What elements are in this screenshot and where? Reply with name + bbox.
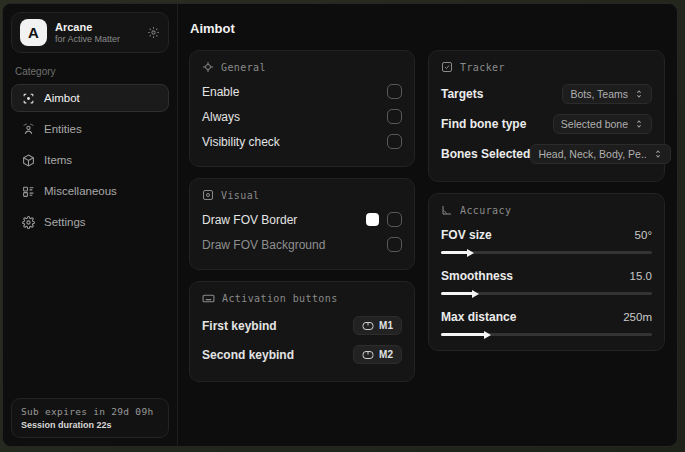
sidebar-item-aimbot[interactable]: Aimbot bbox=[11, 84, 169, 112]
sidebar-item-label: Aimbot bbox=[44, 92, 80, 104]
visibility-check-checkbox[interactable] bbox=[387, 134, 402, 149]
keybind-row: First keybind M1 bbox=[202, 311, 402, 340]
main-content: Aimbot General Enable Alw bbox=[178, 4, 677, 446]
sidebar-item-label: Settings bbox=[44, 216, 86, 228]
setting-label: Draw FOV Background bbox=[202, 238, 325, 252]
setting-row: Visibility check bbox=[202, 129, 402, 154]
slider-value: 15.0 bbox=[630, 270, 652, 282]
sub-expiry-text: Sub expires in 29d 09h bbox=[21, 406, 159, 417]
gear-icon[interactable] bbox=[147, 26, 160, 39]
always-checkbox[interactable] bbox=[387, 109, 402, 124]
setting-row: Draw FOV Border bbox=[202, 207, 402, 232]
targets-dropdown[interactable]: Bots, Teams bbox=[562, 84, 652, 104]
keyboard-icon bbox=[202, 292, 215, 305]
dropdown-row: Bones Selected Head, Neck, Body, Pe.. bbox=[441, 139, 652, 169]
tracker-header: Tracker bbox=[460, 62, 505, 73]
mouse-icon bbox=[362, 350, 374, 360]
dropdown-value: Bots, Teams bbox=[570, 88, 628, 100]
slider-row: Max distance 250m bbox=[441, 304, 652, 338]
dropdown-label: Bones Selected bbox=[441, 147, 530, 161]
keybind-value: M2 bbox=[379, 349, 393, 360]
accuracy-card: Accuracy FOV size 50° bbox=[428, 193, 665, 351]
sidebar-item-items[interactable]: Items bbox=[11, 146, 169, 174]
keybind-row: Second keybind M2 bbox=[202, 340, 402, 369]
slider-value: 250m bbox=[623, 311, 652, 323]
sidebar-item-miscellaneous[interactable]: Miscellaneous bbox=[11, 177, 169, 205]
smoothness-slider[interactable] bbox=[441, 292, 652, 295]
session-duration-text: Session duration 22s bbox=[21, 420, 159, 430]
slider-label: FOV size bbox=[441, 228, 492, 242]
dropdown-label: Find bone type bbox=[441, 117, 526, 131]
sidebar-item-settings[interactable]: Settings bbox=[11, 208, 169, 236]
slider-thumb[interactable] bbox=[467, 249, 474, 257]
setting-label: Enable bbox=[202, 85, 239, 99]
slider-row: Smoothness 15.0 bbox=[441, 263, 652, 304]
draw-fov-border-checkbox[interactable] bbox=[387, 212, 402, 227]
first-keybind-button[interactable]: M1 bbox=[353, 316, 402, 335]
setting-row: Enable bbox=[202, 79, 402, 104]
dropdown-value: Selected bone bbox=[561, 118, 628, 130]
cube-icon bbox=[21, 153, 35, 167]
setting-label: Visibility check bbox=[202, 135, 280, 149]
sidebar-item-label: Items bbox=[44, 154, 72, 166]
setting-row: Always bbox=[202, 104, 402, 129]
sidebar: A Arcane for Active Matter Category Aimb… bbox=[3, 4, 178, 446]
cheat-menu-window: A Arcane for Active Matter Category Aimb… bbox=[2, 3, 678, 447]
left-column: General Enable Always Visibility check bbox=[189, 50, 415, 382]
enable-checkbox[interactable] bbox=[387, 84, 402, 99]
dropdown-row: Find bone type Selected bone bbox=[441, 109, 652, 139]
keybind-value: M1 bbox=[379, 320, 393, 331]
activation-buttons-card: Activation buttons First keybind M1 Seco… bbox=[189, 281, 415, 382]
page-title: Aimbot bbox=[190, 21, 665, 36]
activation-header: Activation buttons bbox=[222, 293, 338, 304]
sidebar-item-label: Miscellaneous bbox=[44, 185, 117, 197]
brand-card: A Arcane for Active Matter bbox=[11, 12, 169, 53]
mouse-icon bbox=[362, 321, 374, 331]
second-keybind-button[interactable]: M2 bbox=[353, 345, 402, 364]
layout-list-icon bbox=[21, 184, 35, 198]
fov-size-slider[interactable] bbox=[441, 251, 652, 254]
right-column: Tracker Targets Bots, Teams Find bone ty… bbox=[428, 50, 665, 351]
visual-eye-icon bbox=[202, 189, 214, 201]
find-bone-type-dropdown[interactable]: Selected bone bbox=[553, 114, 652, 134]
tracker-card: Tracker Targets Bots, Teams Find bone ty… bbox=[428, 50, 665, 182]
sidebar-nav: Aimbot Entities Items bbox=[11, 84, 169, 236]
sidebar-item-entities[interactable]: Entities bbox=[11, 115, 169, 143]
general-header: General bbox=[221, 62, 266, 73]
max-distance-slider[interactable] bbox=[441, 333, 652, 336]
subscription-card: Sub expires in 29d 09h Session duration … bbox=[11, 398, 169, 438]
sidebar-item-label: Entities bbox=[44, 123, 82, 135]
setting-row: Draw FOV Background bbox=[202, 232, 402, 257]
brand-subtitle: for Active Matter bbox=[55, 34, 139, 44]
game-background: A Arcane for Active Matter Category Aimb… bbox=[0, 0, 685, 452]
general-crosshair-icon bbox=[202, 61, 214, 73]
tracker-scan-icon bbox=[441, 61, 453, 73]
slider-thumb[interactable] bbox=[484, 331, 491, 339]
visual-card: Visual Draw FOV Border Draw FOV Backgrou… bbox=[189, 178, 415, 270]
crosshair-scan-icon bbox=[21, 91, 35, 105]
draw-fov-background-checkbox[interactable] bbox=[387, 237, 402, 252]
brand-logo: A bbox=[20, 19, 47, 46]
keybind-label: First keybind bbox=[202, 319, 277, 333]
dropdown-label: Targets bbox=[441, 87, 483, 101]
setting-label: Draw FOV Border bbox=[202, 213, 297, 227]
fov-border-color-swatch[interactable] bbox=[366, 213, 379, 226]
chevron-up-down-icon bbox=[634, 119, 644, 129]
chevron-up-down-icon bbox=[653, 149, 663, 159]
angle-ruler-icon bbox=[441, 204, 453, 216]
setting-label: Always bbox=[202, 110, 240, 124]
visual-header: Visual bbox=[221, 190, 260, 201]
general-card: General Enable Always Visibility check bbox=[189, 50, 415, 167]
entities-icon bbox=[21, 122, 35, 136]
slider-label: Max distance bbox=[441, 310, 516, 324]
brand-name: Arcane bbox=[55, 21, 139, 34]
slider-value: 50° bbox=[635, 229, 652, 241]
settings-gear-icon bbox=[21, 215, 35, 229]
accuracy-header: Accuracy bbox=[460, 205, 511, 216]
bones-selected-dropdown[interactable]: Head, Neck, Body, Pe.. bbox=[530, 144, 670, 164]
keybind-label: Second keybind bbox=[202, 348, 294, 362]
slider-label: Smoothness bbox=[441, 269, 513, 283]
chevron-up-down-icon bbox=[634, 89, 644, 99]
dropdown-row: Targets Bots, Teams bbox=[441, 79, 652, 109]
slider-thumb[interactable] bbox=[472, 290, 479, 298]
